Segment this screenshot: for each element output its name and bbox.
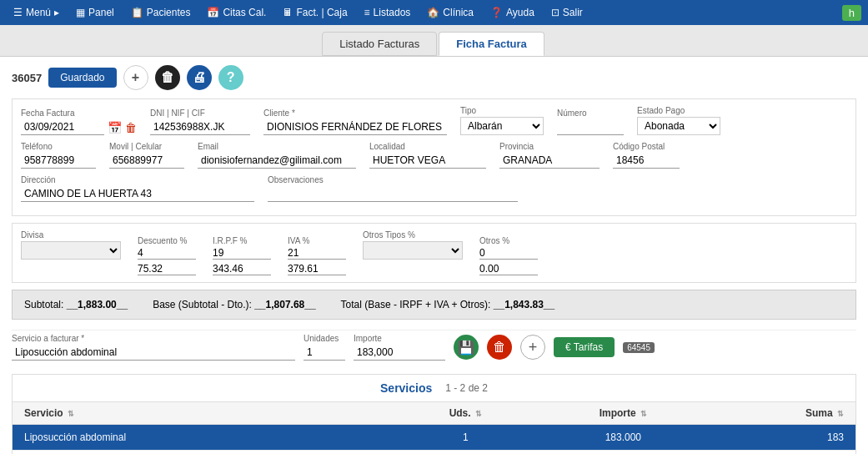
tarifas-button[interactable]: € Tarifas [554, 337, 615, 357]
form-row-3: Dirección Observaciones [21, 175, 847, 202]
row-importe-1: 183.000 [529, 431, 718, 443]
panel-icon: ▦ [76, 7, 85, 18]
field-fecha: Fecha Factura 📅 🗑 [21, 108, 137, 135]
col-header-suma[interactable]: Suma ⇅ [718, 407, 844, 419]
divisa-select[interactable] [21, 241, 121, 260]
field-localidad: Localidad [369, 142, 486, 169]
col-header-servicio[interactable]: Servicio ⇅ [24, 407, 403, 419]
svc-units-field: Unidades [304, 334, 345, 361]
otros-input[interactable] [479, 247, 538, 260]
sort-servicio-icon: ⇅ [68, 410, 74, 418]
tab-listado-facturas[interactable]: Listado Facturas [322, 32, 437, 56]
add-button[interactable]: + [123, 65, 148, 90]
svc-save-button[interactable]: 💾 [454, 335, 479, 360]
descuento-input[interactable] [138, 247, 196, 260]
irpf-base-input[interactable] [213, 263, 271, 275]
top-navigation: ☰ Menú ▸ ▦ Panel 📋 Pacientes 📅 Citas Cal… [0, 0, 868, 25]
nav-ayuda[interactable]: ❓ Ayuda [484, 3, 541, 22]
svc-importe-field: Importe [354, 334, 445, 361]
sort-importe-icon: ⇅ [640, 410, 647, 418]
telefono-input[interactable] [21, 153, 96, 169]
nav-citas[interactable]: 📅 Citas Cal. [200, 3, 273, 22]
clinic-icon: 🏠 [427, 7, 439, 18]
iva-input[interactable] [288, 247, 346, 260]
svc-add-button[interactable]: + [520, 335, 545, 360]
subtotal-label: Subtotal: __1,883.00__ [24, 299, 128, 310]
services-title: Servicios [380, 381, 432, 395]
svc-importe-input[interactable] [354, 345, 445, 361]
movil-input[interactable] [109, 153, 184, 169]
main-content: 36057 Guardado + 🗑 🖨 ? Fecha Factura 📅 🗑… [0, 57, 868, 454]
nav-clinica[interactable]: 🏠 Clínica [420, 3, 480, 22]
nav-listados[interactable]: ≡ Listados [358, 3, 418, 22]
delete-button[interactable]: 🗑 [155, 65, 180, 90]
iva-base-field [288, 263, 346, 275]
table-row[interactable]: Liposucción abdominal 1 183.000 183 [13, 425, 855, 451]
svc-delete-button[interactable]: 🗑 [487, 335, 512, 360]
calendar-icon[interactable]: 📅 [108, 121, 122, 134]
nav-panel[interactable]: ▦ Panel [69, 3, 121, 22]
sort-uds-icon: ⇅ [475, 410, 482, 418]
field-iva: IVA % [288, 236, 346, 260]
cliente-input[interactable] [263, 119, 447, 135]
print-button[interactable]: 🖨 [187, 65, 212, 90]
iva-base-input[interactable] [288, 263, 346, 275]
cp-input[interactable] [613, 153, 680, 169]
field-divisa: Divisa [21, 230, 121, 260]
services-header: Servicios 1 - 2 de 2 [13, 375, 855, 402]
field-irpf: I.R.P.F % [213, 236, 271, 260]
col-header-uds[interactable]: Uds. ⇅ [403, 407, 529, 419]
estado-select[interactable]: Abonada [637, 117, 720, 135]
nav-fact[interactable]: 🖩 Fact. | Caja [276, 3, 354, 22]
provincia-input[interactable] [499, 153, 600, 169]
summary-bar: Subtotal: __1,883.00__ Base (Subtotal - … [12, 290, 856, 320]
tipo-select[interactable]: Albarán [460, 117, 544, 135]
field-telefono: Teléfono [21, 142, 96, 169]
col-header-importe[interactable]: Importe ⇅ [529, 407, 718, 419]
localidad-input[interactable] [369, 153, 486, 169]
subtotal-value: __1,883.00__ [67, 299, 128, 310]
save-button[interactable]: Guardado [48, 68, 116, 88]
patients-icon: 📋 [131, 7, 143, 18]
irpf-input[interactable] [213, 247, 271, 260]
services-section: Servicios 1 - 2 de 2 Servicio ⇅ Uds. ⇅ I… [12, 374, 856, 454]
table-header-row: Servicio ⇅ Uds. ⇅ Importe ⇅ Suma ⇅ [13, 402, 855, 425]
field-observaciones: Observaciones [268, 175, 518, 202]
numero-input[interactable] [557, 119, 624, 135]
form-section: Fecha Factura 📅 🗑 DNI | NIF | CIF Client… [12, 98, 856, 216]
field-email: Email [198, 142, 356, 169]
field-estado: Estado Pago Abonada [637, 106, 720, 135]
clear-date-icon[interactable]: 🗑 [125, 121, 137, 134]
sort-suma-icon: ⇅ [837, 410, 844, 418]
descuento-base-input[interactable] [138, 263, 196, 275]
chevron-icon: ▸ [54, 7, 59, 18]
otros-tipos-select[interactable] [363, 241, 463, 260]
row-uds-1: 1 [403, 431, 529, 443]
otros-base-input[interactable] [479, 263, 538, 275]
email-input[interactable] [198, 153, 356, 169]
nav-salir[interactable]: ⊡ Salir [544, 3, 590, 22]
nav-menu[interactable]: ☰ Menú ▸ [7, 3, 66, 22]
irpf-base-field [213, 263, 271, 275]
base-value: __1,807.68__ [254, 299, 315, 310]
list-icon: ≡ [364, 7, 370, 18]
dni-input[interactable] [150, 119, 250, 135]
help-icon: ❓ [490, 7, 503, 18]
calendar-icon: 📅 [207, 7, 219, 18]
tab-ficha-factura[interactable]: Ficha Factura [439, 32, 544, 56]
field-movil: Movil | Celular [109, 142, 184, 169]
field-numero: Número [557, 108, 624, 135]
field-descuento: Descuento % [138, 236, 196, 260]
fecha-input[interactable] [21, 119, 104, 135]
direccion-input[interactable] [21, 186, 254, 202]
svc-name-input[interactable] [12, 345, 295, 361]
field-cp: Código Postal [613, 142, 680, 169]
table-row[interactable]: Rejuvenecimiento facial con botox 1 1700… [13, 451, 855, 454]
services-count: 1 - 2 de 2 [445, 382, 488, 394]
observaciones-input[interactable] [268, 186, 518, 202]
help-button[interactable]: ? [218, 65, 243, 90]
service-input-row: Servicio a facturar * Unidades Importe 💾… [12, 330, 856, 364]
nav-pacientes[interactable]: 📋 Pacientes [124, 3, 198, 22]
svc-units-input[interactable] [304, 345, 345, 361]
record-number: 36057 [12, 72, 42, 84]
